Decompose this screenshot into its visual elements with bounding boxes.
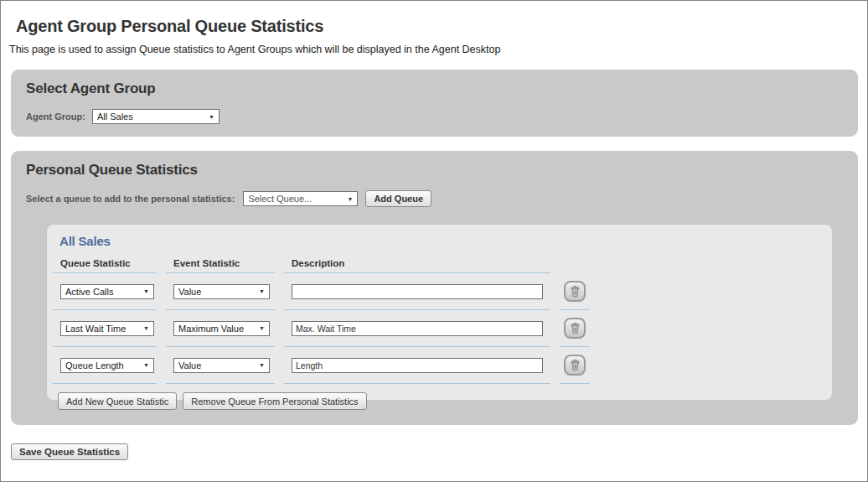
table-row	[560, 310, 590, 347]
table-row	[560, 347, 590, 384]
column-header-queue-statistic: Queue Statistic	[53, 253, 157, 273]
dropdown-arrow-icon: ▼	[143, 362, 149, 368]
dropdown-arrow-icon: ▼	[259, 362, 265, 368]
event-statistic-select[interactable]: Maximum Value ▼	[173, 321, 270, 336]
queue-statistic-select[interactable]: Active Calls ▼	[60, 284, 154, 299]
agent-group-row: Agent Group: All Sales ▼	[26, 109, 858, 124]
queue-select-label: Select a queue to add to the personal st…	[26, 194, 235, 204]
select-agent-group-heading: Select Agent Group	[11, 70, 858, 97]
agent-group-statistics-panel: All Sales Queue Statistic Event Statisti…	[47, 225, 832, 400]
event-statistic-select[interactable]: Value ▼	[173, 284, 270, 299]
event-statistic-value: Value	[178, 360, 201, 371]
table-row	[560, 273, 590, 310]
delete-row-button[interactable]	[564, 281, 586, 302]
delete-row-button[interactable]	[564, 355, 586, 376]
add-queue-button[interactable]: Add Queue	[365, 190, 431, 207]
statistics-table: Queue Statistic Event Statistic Descript…	[53, 253, 832, 384]
page-subtitle: This page is used to assign Queue statis…	[9, 44, 867, 55]
save-queue-statistics-button[interactable]: Save Queue Statistics	[11, 443, 128, 460]
table-row	[284, 273, 550, 310]
event-statistic-select[interactable]: Value ▼	[173, 358, 270, 373]
queue-statistic-value: Queue Length	[65, 360, 124, 371]
table-row: Last Wait Time ▼	[53, 310, 157, 347]
page-title: Agent Group Personal Queue Statistics	[16, 17, 867, 36]
queue-statistic-select[interactable]: Queue Length ▼	[60, 358, 154, 373]
description-input[interactable]	[292, 284, 543, 299]
table-row: Active Calls ▼	[53, 273, 157, 310]
column-header-event-statistic: Event Statistic	[166, 253, 275, 273]
queue-add-row: Select a queue to add to the personal st…	[26, 190, 858, 207]
trash-icon	[569, 285, 581, 298]
remove-queue-button[interactable]: Remove Queue From Personal Statistics	[183, 392, 366, 410]
event-statistic-value: Maximum Value	[178, 324, 244, 334]
dropdown-arrow-icon: ▼	[347, 196, 353, 202]
add-new-queue-statistic-button[interactable]: Add New Queue Statistic	[58, 392, 177, 410]
personal-queue-statistics-panel: Personal Queue Statistics Select a queue…	[11, 151, 858, 425]
queue-select[interactable]: Select Queue... ▼	[243, 191, 358, 206]
dropdown-arrow-icon: ▼	[143, 325, 149, 331]
event-statistic-value: Value	[178, 287, 201, 297]
select-agent-group-panel: Select Agent Group Agent Group: All Sale…	[11, 70, 858, 137]
table-row: Maximum Value ▼	[166, 310, 275, 347]
queue-statistic-value: Active Calls	[65, 287, 113, 297]
table-row: Value ▼	[166, 347, 275, 384]
dropdown-arrow-icon: ▼	[259, 325, 265, 331]
column-header-delete	[560, 253, 590, 273]
dropdown-arrow-icon: ▼	[143, 288, 149, 294]
queue-statistic-select[interactable]: Last Wait Time ▼	[60, 321, 154, 336]
delete-row-button[interactable]	[564, 318, 586, 339]
table-row: Value ▼	[166, 273, 275, 310]
dropdown-arrow-icon: ▼	[259, 288, 265, 294]
queue-statistic-value: Last Wait Time	[65, 324, 126, 334]
personal-queue-statistics-heading: Personal Queue Statistics	[11, 151, 858, 179]
table-actions: Add New Queue Statistic Remove Queue Fro…	[58, 392, 832, 410]
trash-icon	[569, 322, 581, 334]
agent-group-select-value: All Sales	[97, 111, 133, 122]
agent-group-select[interactable]: All Sales ▼	[92, 109, 220, 124]
group-title: All Sales	[59, 234, 832, 248]
table-row	[284, 347, 550, 384]
description-input[interactable]	[292, 321, 543, 336]
table-row: Queue Length ▼	[53, 347, 157, 384]
agent-group-label: Agent Group:	[26, 111, 85, 122]
description-input[interactable]	[292, 358, 543, 373]
column-header-description: Description	[284, 253, 550, 273]
queue-select-value: Select Queue...	[248, 194, 312, 204]
trash-icon	[569, 359, 581, 371]
table-row	[284, 310, 550, 347]
dropdown-arrow-icon: ▼	[209, 114, 214, 120]
page: Agent Group Personal Queue Statistics Th…	[0, 0, 868, 482]
